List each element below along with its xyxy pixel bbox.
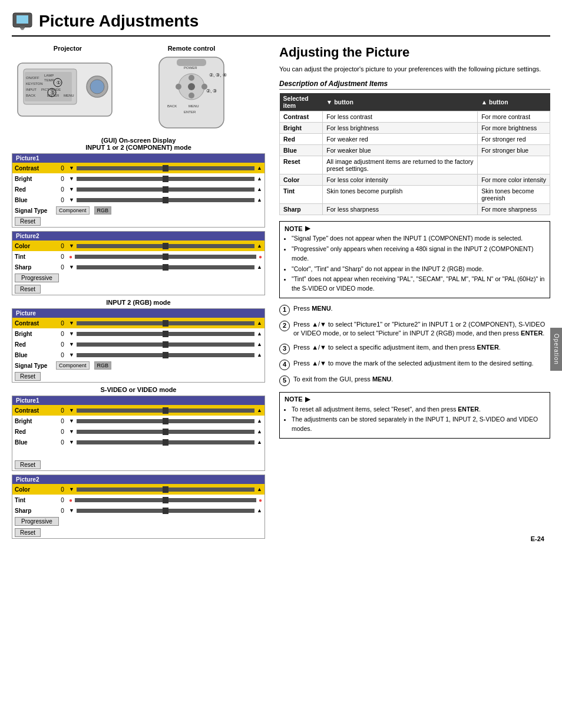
adjustment-table: Selected item ▼ button ▲ button Contrast… [279, 93, 550, 215]
table-cell: For weaker red [323, 134, 478, 145]
step-text: Press ▲/▼ to move the mark of the select… [293, 359, 534, 368]
note-box-2: NOTE ▶ To reset all adjustment items, se… [279, 392, 550, 439]
table-cell: For less brightness [323, 123, 478, 134]
table-cell: Reset [280, 156, 323, 174]
gui-label: (GUI) On-screen Display INPUT 1 or 2 (CO… [12, 137, 265, 151]
bright-row-1: Bright 0 ▼ ▲ [12, 173, 265, 184]
picture2-title: Picture2 [12, 232, 265, 241]
red-row-4: Red 0 ▼ ▲ [12, 426, 265, 437]
picture1-panel: Picture1 Contrast 0 ▼ ▲ Bright 0 ▼ [12, 153, 265, 228]
step-item: 3Press ▲/▼ to select a specific adjustme… [279, 343, 550, 354]
note-header-1: NOTE ▶ [285, 225, 545, 232]
bright-label-4: Bright [15, 418, 56, 424]
note-item: "Signal Type" does not appear when the I… [292, 234, 545, 243]
table-cell: For weaker blue [323, 145, 478, 156]
table-cell: Sharp [280, 204, 323, 215]
picture3-panel: Picture Contrast 0 ▼ ▲ Bright 0 ▼ [12, 308, 265, 383]
color-row-5: Color 0 ▼ ▲ [12, 484, 265, 495]
section-intro: You can adjust the projector's picture t… [279, 65, 550, 74]
table-cell: Skin tones become purplish [323, 186, 478, 204]
red-label-1: Red [15, 186, 56, 193]
bright-label-1: Bright [15, 176, 56, 182]
col-header-down: ▼ button [323, 93, 478, 111]
red-row-1: Red 0 ▼ ▲ [12, 184, 265, 195]
svg-text:⑤: ⑤ [51, 90, 55, 95]
table-cell: All image adjustment items are returned … [323, 156, 478, 174]
picture3-title: Picture [12, 309, 265, 318]
table-cell: Color [280, 174, 323, 186]
svg-text:BACK: BACK [167, 104, 177, 108]
svg-text:①: ① [57, 80, 61, 85]
col-header-item: Selected item [280, 93, 323, 111]
svg-text:BACK: BACK [26, 94, 35, 97]
signal-type-row-1: Signal Type Component RGB [12, 205, 265, 216]
svg-rect-23 [177, 59, 206, 66]
red-row-3: Red 0 ▼ ▲ [12, 339, 265, 350]
reset-row-4: Reset [12, 459, 265, 470]
table-cell: Contrast [280, 111, 323, 123]
step-number: 4 [279, 360, 290, 370]
note2-list: To reset all adjustment items, select "R… [285, 405, 545, 434]
svg-text:②, ③, ④: ②, ③, ④ [209, 73, 227, 78]
svg-text:LAMP: LAMP [44, 74, 54, 77]
svg-text:MENU: MENU [64, 94, 74, 97]
mode3-label: S-VIDEO or VIDEO mode [12, 386, 265, 393]
tint-row-1: Tint 0 ● ● [12, 251, 265, 262]
device-row: Projector ON/OFF [12, 45, 265, 131]
svg-text:ON/OFF: ON/OFF [26, 76, 39, 80]
tint-row-5: Tint 0 ● ● [12, 495, 265, 505]
step-number: 3 [279, 344, 290, 354]
blue-row-1: Blue 0 ▼ ▲ [12, 195, 265, 205]
color-row-1: Color 0 ▼ ▲ [12, 241, 265, 251]
right-column: Adjusting the Picture You can adjust the… [279, 45, 550, 542]
contrast-label-1: Contrast [15, 165, 56, 172]
table-cell: For more brightness [478, 123, 550, 134]
svg-text:INPUT: INPUT [26, 88, 37, 91]
note-item: "Color", "Tint" and "Sharp" do not appea… [292, 265, 545, 274]
table-cell: For more sharpness [478, 204, 550, 215]
note-item: To reset all adjustment items, select "R… [292, 405, 545, 414]
step-text: Press ▲/▼ to select "Picture1" or "Pictu… [293, 320, 550, 338]
picture4-title: Picture1 [12, 396, 265, 405]
note-item: "Tint" does not appear when receiving "P… [292, 275, 545, 294]
contrast-row-4: Contrast 0 ▼ ▲ [12, 405, 265, 416]
table-cell: Bright [280, 123, 323, 134]
page-title: Picture Adjustments [39, 12, 199, 31]
blue-row-4: Blue 0 ▼ ▲ [12, 437, 265, 447]
table-cell: For more contrast [478, 111, 550, 123]
picture5-panel: Picture2 Color 0 ▼ ▲ Tint 0 ● [12, 475, 265, 539]
table-cell: For less sharpness [323, 204, 478, 215]
contrast-row-3: Contrast 0 ▼ ▲ [12, 318, 265, 328]
picture1-title: Picture1 [12, 154, 265, 163]
step-item: 5To exit from the GUI, press MENU. [279, 375, 550, 386]
header-icon [12, 11, 33, 32]
step-text: To exit from the GUI, press MENU. [293, 375, 393, 384]
svg-point-25 [189, 75, 194, 81]
reset-row-2: Reset [12, 284, 265, 295]
reset-row-5: Reset [12, 527, 265, 538]
svg-text:ENTER: ENTER [184, 110, 196, 114]
step-number: 1 [279, 305, 290, 315]
step-text: Press MENU. [293, 304, 333, 313]
signal-type-row-3: Signal Type Component RGB [12, 360, 265, 371]
table-cell: For less color intensity [323, 174, 478, 186]
picture5-title: Picture2 [12, 475, 265, 484]
step-number: 2 [279, 321, 290, 331]
note-item: The adjustments can be stored separately… [292, 415, 545, 434]
operation-sidebar: Operation [550, 328, 562, 371]
projector-diagram: ON/OFF LAMP TEMP. KEYSTON INPUT PICT MOD… [12, 54, 124, 131]
steps-list: 1Press MENU.2Press ▲/▼ to select "Pictur… [279, 304, 550, 386]
svg-rect-1 [16, 15, 28, 24]
svg-text:②, ③: ②, ③ [206, 88, 217, 94]
note-item: "Progressive" only appears when receivin… [292, 245, 545, 263]
table-cell: Red [280, 134, 323, 145]
note-header-2: NOTE ▶ [285, 396, 545, 403]
mode2-label: INPUT 2 (RGB) mode [12, 299, 265, 306]
note1-list: "Signal Type" does not appear when the I… [285, 234, 545, 294]
table-cell: Skin tones become greenish [478, 186, 550, 204]
reset-row-3: Reset [12, 371, 265, 382]
picture4-panel: Picture1 Contrast 0 ▼ ▲ Bright 0 ▼ [12, 396, 265, 471]
picture2-panel: Picture2 Color 0 ▼ ▲ Tint 0 ● [12, 231, 265, 295]
contrast-row-1: Contrast 0 ▼ ▲ [12, 163, 265, 173]
blue-row-3: Blue 0 ▼ ▲ [12, 350, 265, 360]
